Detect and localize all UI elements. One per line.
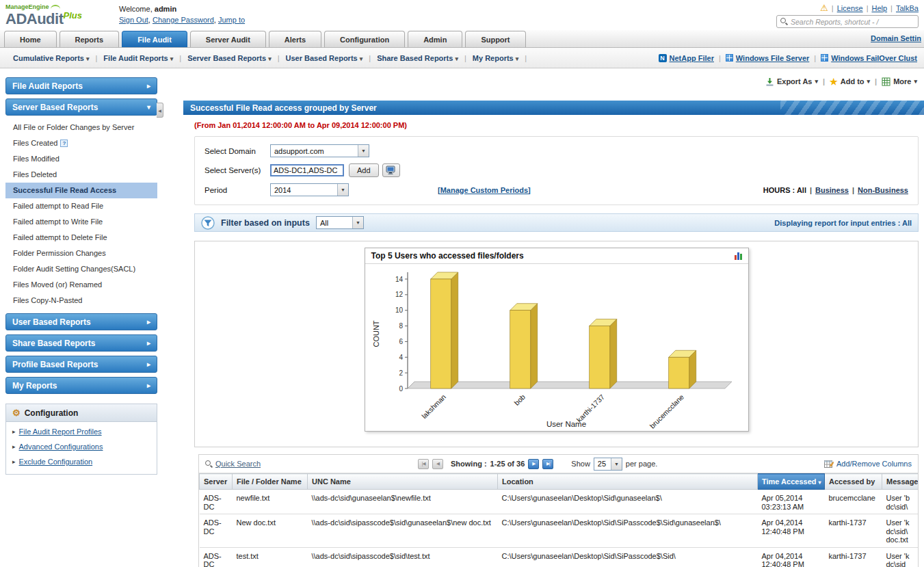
- add-server-button[interactable]: Add: [349, 163, 379, 177]
- quick-search-link[interactable]: Quick Search: [215, 460, 261, 468]
- sidebar: File Audit Reports▸Server Based Reports▾…: [5, 72, 157, 564]
- sidebar-item-failed-attempt-to-read-file[interactable]: Failed attempt to Read File: [5, 198, 157, 214]
- export-as-button[interactable]: Export As ▾: [765, 77, 818, 86]
- last-page-button[interactable]: ▶|: [542, 459, 553, 469]
- config-link-advanced-configurations[interactable]: Advanced Configurations: [19, 443, 103, 451]
- sidebar-item-failed-attempt-to-delete-file[interactable]: Failed attempt to Delete File: [5, 230, 157, 246]
- quick-search[interactable]: Quick Search: [205, 460, 261, 468]
- table-row[interactable]: ADS-DCnewfile.txt\\ads-dc\sid\gunaseelan…: [200, 490, 919, 514]
- tab-configuration[interactable]: Configuration: [324, 31, 405, 47]
- config-link-file-audit-report-profiles[interactable]: File Audit Report Profiles: [19, 427, 102, 436]
- sidebar-group-my-reports[interactable]: My Reports▸: [5, 377, 157, 394]
- header-right: ⚠ |License|Help|TalkBa: [776, 2, 919, 30]
- add-to-button[interactable]: ★ Add to ▾: [830, 77, 870, 86]
- manage-custom-periods-link[interactable]: [Manage Custom Periods]: [438, 186, 531, 194]
- sidebar-group-share-based-reports[interactable]: Share Based Reports▸: [5, 334, 157, 352]
- column-header-server[interactable]: Server: [200, 474, 233, 490]
- export-as-label: Export As: [777, 77, 813, 85]
- configuration-title: Configuration: [25, 408, 79, 418]
- report-search-box[interactable]: [776, 15, 919, 28]
- tab-admin[interactable]: Admin: [408, 31, 462, 47]
- sidebar-item-folder-permission-changes[interactable]: Folder Permission Changes: [5, 246, 157, 261]
- cell-unc: \\ads-dc\sid\sipasscode$\sid\test.txt: [308, 547, 498, 567]
- page-size-select[interactable]: 25 ▼: [594, 458, 622, 471]
- license-link[interactable]: License: [837, 4, 863, 12]
- change-password-link[interactable]: Change Password: [153, 16, 214, 24]
- menu-file-audit-reports[interactable]: File Audit Reports ▾: [97, 54, 179, 62]
- domain-settings-link[interactable]: Domain Settin: [871, 34, 921, 42]
- column-header-file-folder-name[interactable]: File / Folder Name: [233, 474, 308, 490]
- menu-user-based-reports[interactable]: User Based Reports ▾: [280, 54, 369, 62]
- sidebar-item-files-created[interactable]: Files Created?: [5, 135, 157, 151]
- servers-input[interactable]: [270, 164, 344, 176]
- tab-support[interactable]: Support: [465, 31, 525, 47]
- caret-down-icon: ▾: [867, 78, 871, 85]
- svg-text:karthi-1737: karthi-1737: [575, 393, 606, 424]
- table-row[interactable]: ADS-DCNew doc.txt\\ads-dc\sid\sipasscode…: [200, 514, 919, 548]
- sidebar-group-file-audit-reports[interactable]: File Audit Reports▸: [5, 77, 157, 94]
- column-header-accessed-by[interactable]: Accessed by: [825, 474, 882, 490]
- search-input[interactable]: [791, 18, 914, 26]
- menu-cumulative-reports[interactable]: Cumulative Reports ▾: [7, 54, 96, 62]
- prev-page-button[interactable]: ◀: [432, 459, 443, 469]
- netapp-filer-link[interactable]: NetApp Filer: [670, 54, 714, 62]
- arrow-right-icon: ▸: [12, 443, 16, 450]
- cell-file-name: New doc.txt: [233, 514, 308, 548]
- sidebar-item-failed-attempt-to-write-file[interactable]: Failed attempt to Write File: [5, 214, 157, 230]
- config-link-exclude-configuration[interactable]: Exclude Configuration: [19, 458, 93, 466]
- jump-to-link[interactable]: Jump to: [218, 16, 245, 24]
- table-row[interactable]: ADS-DCtest.txt\\ads-dc\sid\sipasscode$\s…: [200, 547, 919, 567]
- sidebar-item-files-copy-n-pasted[interactable]: Files Copy-N-Pasted: [5, 293, 157, 308]
- column-header-unc-name[interactable]: UNC Name: [308, 474, 498, 490]
- filter-select[interactable]: All ▼: [316, 216, 364, 229]
- windows-file-server-link[interactable]: Windows File Server: [736, 54, 810, 62]
- sidebar-group-profile-based-reports[interactable]: Profile Based Reports▸: [5, 356, 157, 373]
- cell-time: Apr 04,2014 12:40:48 PM: [758, 547, 825, 567]
- cell-server: ADS-DC: [200, 547, 233, 567]
- add-remove-columns[interactable]: Add/Remove Columns: [824, 460, 912, 469]
- tab-reports[interactable]: Reports: [60, 31, 120, 47]
- menu-server-based-reports[interactable]: Server Based Reports ▾: [181, 54, 278, 62]
- sidebar-group-label: User Based Reports: [12, 317, 91, 327]
- hours-nonbusiness-link[interactable]: Non-Business: [858, 186, 908, 194]
- warning-icon[interactable]: ⚠: [820, 3, 828, 12]
- separator: |: [719, 54, 721, 62]
- help-link[interactable]: Help: [871, 4, 887, 12]
- first-page-button[interactable]: |◀: [418, 459, 429, 469]
- menubar-items: Cumulative Reports ▾|File Audit Reports …: [7, 54, 527, 62]
- period-select[interactable]: 2014 ▼: [270, 183, 349, 196]
- sidebar-item-files-moved-or-renamed[interactable]: Files Moved (or) Renamed: [5, 277, 157, 293]
- product-row: ADAuditPlus: [5, 10, 109, 28]
- column-header-location[interactable]: Location: [498, 474, 758, 490]
- next-page-button[interactable]: ▶: [528, 459, 539, 469]
- menu-my-reports[interactable]: My Reports ▾: [466, 54, 525, 62]
- add-remove-columns-link[interactable]: Add/Remove Columns: [836, 460, 912, 468]
- sign-out-link[interactable]: Sign Out: [119, 16, 148, 24]
- show-label: Show: [571, 460, 590, 468]
- chart-type-icon[interactable]: [735, 252, 742, 260]
- tab-file-audit[interactable]: File Audit: [122, 31, 187, 47]
- tab-server-audit[interactable]: Server Audit: [190, 31, 266, 47]
- sidebar-item-all-file-or-folder-changes-by-server[interactable]: All File or Folder Changes by Server: [5, 120, 157, 135]
- filter-label: Filter based on inputs: [221, 218, 310, 228]
- domain-select[interactable]: adsupport.com ▼: [270, 144, 369, 157]
- sidebar-item-successful-file-read-access[interactable]: Successful File Read Access: [5, 183, 157, 198]
- menu-share-based-reports[interactable]: Share Based Reports ▾: [371, 54, 464, 62]
- cell-server: ADS-DC: [200, 490, 233, 514]
- sidebar-item-files-deleted[interactable]: Files Deleted: [5, 167, 157, 183]
- sidebar-group-user-based-reports[interactable]: User Based Reports▸: [5, 313, 157, 330]
- tab-alerts[interactable]: Alerts: [269, 31, 321, 47]
- pick-server-button[interactable]: [382, 163, 400, 177]
- windows-failover-clust-link[interactable]: Windows FailOver Clust: [831, 54, 917, 62]
- tab-home[interactable]: Home: [4, 31, 57, 47]
- column-header-time-accessed[interactable]: Time Accessed ▾: [758, 474, 825, 490]
- sidebar-group-server-based-reports[interactable]: Server Based Reports▾: [5, 98, 157, 116]
- column-header-message[interactable]: Message: [882, 474, 919, 490]
- talkba-link[interactable]: TalkBa: [896, 4, 919, 12]
- more-button[interactable]: More ▾: [882, 77, 917, 86]
- sidebar-collapse-handle[interactable]: ◀: [157, 103, 163, 118]
- sidebar-item-folder-audit-setting-changes-sacl[interactable]: Folder Audit Setting Changes(SACL): [5, 261, 157, 277]
- help-icon[interactable]: ?: [60, 140, 68, 147]
- hours-business-link[interactable]: Business: [815, 186, 849, 194]
- sidebar-item-files-modified[interactable]: Files Modified: [5, 151, 157, 167]
